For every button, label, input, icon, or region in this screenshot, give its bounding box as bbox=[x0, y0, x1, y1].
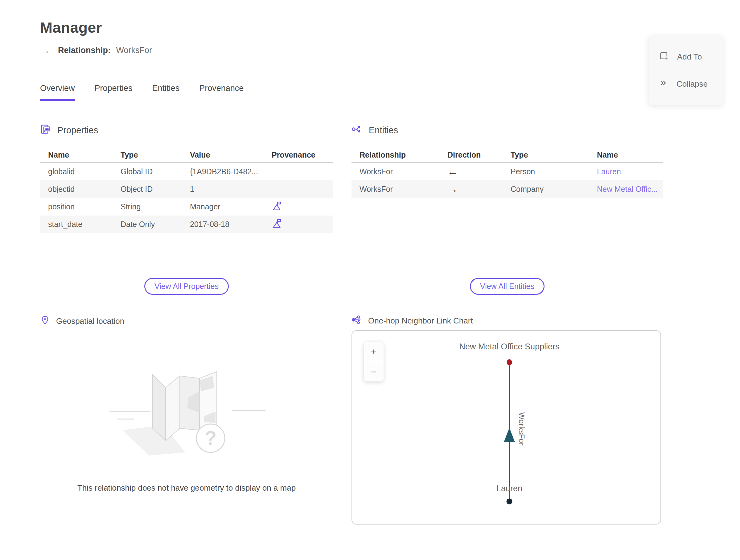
relationship-arrow-icon: → bbox=[40, 45, 50, 55]
property-type: String bbox=[112, 202, 182, 211]
property-name: globalid bbox=[40, 167, 112, 176]
no-geometry-message: This relationship does not have geometry… bbox=[40, 483, 333, 493]
tab-provenance[interactable]: Provenance bbox=[199, 84, 244, 101]
property-name: position bbox=[40, 202, 112, 211]
property-value: 2017-08-18 bbox=[182, 220, 264, 229]
table-row: WorksFor ← Person Lauren bbox=[352, 163, 663, 180]
column-header: Name bbox=[40, 151, 112, 160]
column-header: Value bbox=[182, 151, 264, 160]
zoom-in-button[interactable]: + bbox=[364, 342, 384, 362]
properties-table: Name Type Value Provenance globalid Glob… bbox=[40, 148, 333, 233]
entity-name-link[interactable]: New Metal Offic... bbox=[589, 185, 663, 194]
person-node-label[interactable]: Lauren bbox=[496, 484, 522, 493]
edge-arrowhead bbox=[504, 428, 515, 442]
column-header: Direction bbox=[439, 151, 502, 160]
view-all-properties-button[interactable]: View All Properties bbox=[144, 278, 229, 295]
direction-arrow-icon: → bbox=[439, 183, 502, 195]
property-name: objectid bbox=[40, 185, 112, 194]
entities-section: Entities Relationship Direction Type Nam… bbox=[352, 124, 663, 278]
link-chart-canvas[interactable]: WorksFor New Metal Office Suppliers Laur… bbox=[352, 331, 660, 524]
link-chart-icon bbox=[352, 314, 362, 327]
property-type: Global ID bbox=[112, 167, 182, 176]
company-node[interactable] bbox=[507, 359, 512, 365]
property-type: Object ID bbox=[112, 185, 182, 194]
collapse-label: Collapse bbox=[676, 79, 708, 89]
collapse-button[interactable]: Collapse bbox=[649, 71, 723, 97]
table-row: position String Manager bbox=[40, 198, 333, 215]
entity-relationship: WorksFor bbox=[352, 185, 439, 194]
company-node-label[interactable]: New Metal Office Suppliers bbox=[459, 342, 559, 351]
add-to-label: Add To bbox=[677, 52, 702, 62]
link-chart-wrap: + − WorksFor New Metal Office Suppliers … bbox=[352, 330, 663, 525]
tab-bar: Overview Properties Entities Provenance bbox=[40, 84, 740, 101]
entities-icon bbox=[352, 124, 363, 137]
properties-icon bbox=[40, 124, 51, 137]
geospatial-section-header: Geospatial location bbox=[40, 315, 333, 327]
table-row: globalid Global ID {1A9DB2B6-D482... bbox=[40, 163, 333, 180]
properties-section: Properties Name Type Value Provenance gl… bbox=[40, 124, 333, 278]
entities-table: Relationship Direction Type Name WorksFo… bbox=[352, 148, 663, 198]
subtitle-value: WorksFor bbox=[116, 45, 152, 55]
column-header: Relationship bbox=[352, 151, 439, 160]
link-chart-section-title: One-hop Neighbor Link Chart bbox=[368, 316, 473, 325]
person-node[interactable] bbox=[506, 499, 513, 504]
tab-properties[interactable]: Properties bbox=[95, 84, 132, 101]
edge-label: WorksFor bbox=[518, 412, 526, 446]
add-to-icon bbox=[659, 51, 669, 63]
svg-text:?: ? bbox=[204, 427, 216, 449]
direction-arrow-icon: ← bbox=[439, 166, 502, 178]
geospatial-placeholder: ? This relationship does not have geomet… bbox=[40, 330, 333, 525]
property-type: Date Only bbox=[112, 220, 182, 229]
subtitle-label: Relationship: bbox=[58, 45, 111, 55]
column-header: Name bbox=[589, 151, 663, 160]
empty-map-illustration: ? bbox=[106, 351, 267, 474]
tab-overview[interactable]: Overview bbox=[40, 84, 75, 101]
column-header: Type bbox=[112, 151, 182, 160]
entity-relationship: WorksFor bbox=[352, 167, 439, 176]
view-all-properties-wrap: View All Properties bbox=[40, 278, 333, 297]
add-to-button[interactable]: Add To bbox=[649, 43, 723, 71]
entities-section-header: Entities bbox=[352, 124, 663, 137]
entity-type: Person bbox=[502, 167, 589, 176]
property-value: {1A9DB2B6-D482... bbox=[182, 167, 264, 176]
geospatial-section-title: Geospatial location bbox=[56, 316, 124, 326]
flag-icon[interactable] bbox=[264, 200, 333, 213]
tab-entities[interactable]: Entities bbox=[152, 84, 180, 101]
map-pin-icon bbox=[40, 315, 50, 327]
entities-section-title: Entities bbox=[369, 125, 398, 135]
property-name: start_date bbox=[40, 220, 112, 229]
breadcrumb: → Relationship: WorksFor bbox=[40, 45, 740, 55]
entity-name-link[interactable]: Lauren bbox=[589, 167, 663, 176]
link-chart-section-header: One-hop Neighbor Link Chart bbox=[352, 314, 663, 327]
column-header: Type bbox=[502, 151, 589, 160]
entity-detail-page: Add To Collapse Manager → Relationship: … bbox=[0, 19, 740, 560]
table-row: start_date Date Only 2017-08-18 bbox=[40, 215, 333, 233]
view-all-entities-button[interactable]: View All Entities bbox=[470, 278, 545, 295]
page-title: Manager bbox=[40, 19, 740, 36]
view-all-entities-wrap: View All Entities bbox=[352, 278, 663, 297]
floating-actions-panel: Add To Collapse bbox=[649, 36, 723, 105]
table-row: objectid Object ID 1 bbox=[40, 180, 333, 198]
property-value: 1 bbox=[182, 185, 264, 194]
entities-table-header: Relationship Direction Type Name bbox=[352, 148, 663, 163]
zoom-control: + − bbox=[364, 342, 384, 381]
column-header: Provenance bbox=[264, 151, 333, 160]
table-row: WorksFor → Company New Metal Offic... bbox=[352, 180, 663, 198]
entity-type: Company bbox=[502, 185, 589, 194]
flag-icon[interactable] bbox=[264, 218, 333, 231]
collapse-icon bbox=[659, 78, 668, 90]
property-value: Manager bbox=[182, 202, 264, 211]
properties-table-header: Name Type Value Provenance bbox=[40, 148, 333, 163]
overview-content: Properties Name Type Value Provenance gl… bbox=[40, 124, 740, 525]
link-chart-panel[interactable]: + − WorksFor New Metal Office Suppliers … bbox=[352, 330, 661, 525]
properties-section-header: Properties bbox=[40, 124, 333, 137]
properties-section-title: Properties bbox=[57, 125, 98, 135]
zoom-out-button[interactable]: − bbox=[364, 362, 384, 381]
